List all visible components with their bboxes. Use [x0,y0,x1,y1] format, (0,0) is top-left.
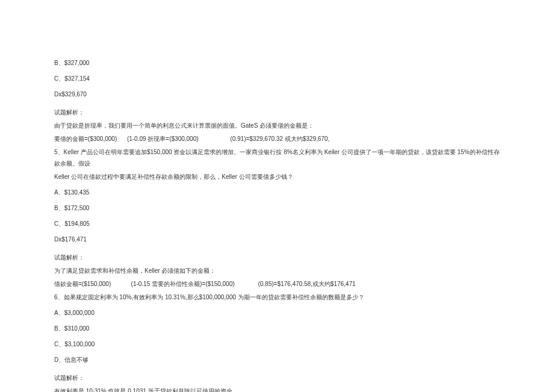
option-d-3: D、信息不够 [54,354,500,366]
option-c-1: C、$327,154 [54,73,500,84]
option-a-2: A、$130,435 [54,187,500,198]
analysis-label-2: 试题解析： [54,252,500,263]
option-d-2: Dx$176,471 [54,234,500,245]
option-d-1: Dx$329,670 [54,89,500,100]
option-c-3: C、$3,100,000 [54,338,500,350]
analysis-text-3a: 有效利率是 10·31%,也就是 0.1031 等于贷款利息除以可使用的资金。 [54,385,500,392]
question-5: 5、Keller 产品公司在明年需要追加$150,000 资金以满足需求的增加。… [54,146,500,169]
question-6: 6、如果规定固定利率为 10%,有效利率为 10.31%,那么$100,000,… [54,291,500,303]
question-5b: Keller 公司在借款过程中要满足补偿性存款余额的限制，那么，Keller 公… [54,171,500,182]
option-b-2: B、$172,500 [54,202,500,214]
analysis-text-1b: 要借的金额=($300,000) (1-0.09 折现率=($300,000) … [54,133,500,145]
analysis-label-1: 试题解析： [54,107,500,118]
option-b-1: B、$327,000 [54,57,500,69]
analysis-text-1a: 由于贷款是折现率，我们要用一个简单的利息公式来计算票据的面值。GateS 必须要… [54,120,500,131]
analysis-text-2b: 借款金额=($150,000) (1-0.15 需要的补偿性余额)=($150,… [54,278,500,290]
option-b-3: B、$310,000 [54,323,500,334]
analysis-label-3: 试题解析： [54,372,500,384]
analysis-text-2a: 为了满足贷款需求和补偿性余额，Keller 必须借如下的金额： [54,265,500,276]
option-a-3: A、$3,000,000 [54,307,500,319]
option-c-2: C、$194,805 [54,218,500,229]
